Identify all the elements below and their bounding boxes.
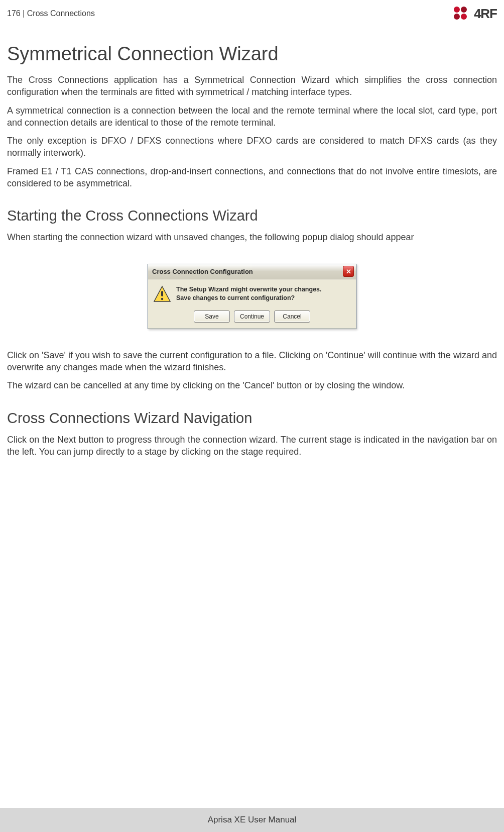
body-paragraph: Framed E1 / T1 CAS connections, drop-and…	[7, 165, 497, 190]
dialog-message: The Setup Wizard might overwrite your ch…	[176, 285, 322, 302]
warning-icon	[153, 285, 171, 303]
brand-logo-icon	[453, 6, 472, 22]
dialog-message-line: The Setup Wizard might overwrite your ch…	[176, 285, 322, 294]
page-title: Symmetrical Connection Wizard	[7, 43, 497, 65]
body-paragraph: A symmetrical connection is a connection…	[7, 105, 497, 129]
save-button[interactable]: Save	[194, 310, 230, 323]
continue-button[interactable]: Continue	[234, 310, 270, 323]
svg-point-3	[461, 14, 467, 20]
cancel-button[interactable]: Cancel	[274, 310, 310, 323]
svg-point-1	[461, 7, 467, 13]
svg-point-0	[454, 7, 460, 13]
dialog-title: Cross Connection Configuration	[152, 268, 253, 275]
svg-rect-5	[161, 291, 163, 296]
page-header-text: 176 | Cross Connections	[7, 9, 95, 18]
confirmation-dialog: Cross Connection Configuration ✕ The Set…	[148, 264, 356, 329]
section-heading: Cross Connections Wizard Navigation	[7, 410, 497, 427]
close-icon: ✕	[346, 268, 351, 275]
body-paragraph: Click on the Next button to progress thr…	[7, 434, 497, 458]
brand-logo-text: 4RF	[474, 6, 497, 22]
body-paragraph: When starting the connection wizard with…	[7, 231, 497, 243]
body-paragraph: The only exception is DFXO / DFXS connec…	[7, 135, 497, 159]
close-button[interactable]: ✕	[343, 266, 354, 277]
brand-logo: 4RF	[453, 6, 497, 22]
svg-point-2	[454, 14, 460, 20]
body-paragraph: The Cross Connections application has a …	[7, 74, 497, 98]
svg-point-6	[161, 297, 163, 299]
section-heading: Starting the Cross Connections Wizard	[7, 207, 497, 224]
body-paragraph: Click on 'Save' if you wish to save the …	[7, 349, 497, 374]
page-footer: Aprisa XE User Manual	[0, 808, 504, 832]
body-paragraph: The wizard can be cancelled at any time …	[7, 379, 497, 391]
dialog-titlebar: Cross Connection Configuration ✕	[148, 264, 356, 279]
dialog-message-line: Save changes to current configuration?	[176, 294, 322, 302]
